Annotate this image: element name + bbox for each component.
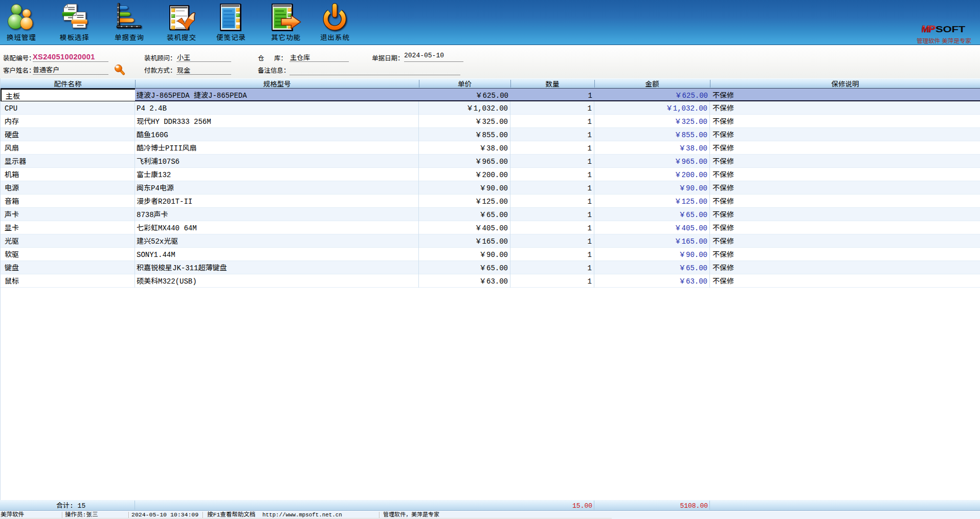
svg-text:SOFT: SOFT [936, 24, 965, 34]
svg-text:MP: MP [922, 24, 936, 34]
